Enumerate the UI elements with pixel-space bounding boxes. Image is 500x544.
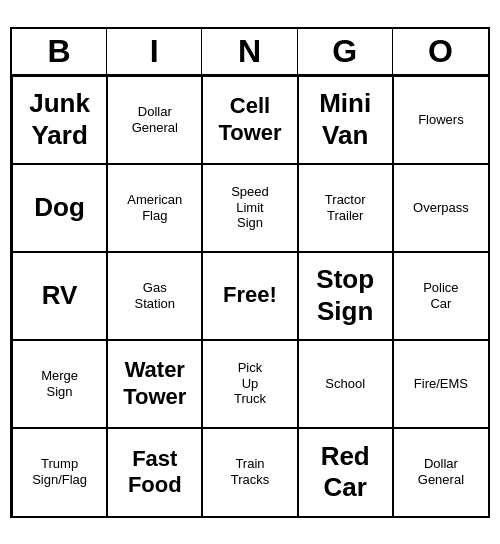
bingo-cell-24[interactable]: DollarGeneral	[393, 428, 488, 516]
bingo-cell-20[interactable]: TrumpSign/Flag	[12, 428, 107, 516]
bingo-header: BINGO	[12, 29, 488, 76]
bingo-cell-22[interactable]: TrainTracks	[202, 428, 297, 516]
bingo-cell-2[interactable]: CellTower	[202, 76, 297, 164]
bingo-cell-7[interactable]: SpeedLimitSign	[202, 164, 297, 252]
bingo-grid: JunkYardDollarGeneralCellTowerMiniVanFlo…	[12, 76, 488, 516]
bingo-cell-23[interactable]: RedCar	[298, 428, 393, 516]
bingo-cell-0[interactable]: JunkYard	[12, 76, 107, 164]
bingo-cell-14[interactable]: PoliceCar	[393, 252, 488, 340]
bingo-cell-21[interactable]: FastFood	[107, 428, 202, 516]
bingo-cell-15[interactable]: MergeSign	[12, 340, 107, 428]
bingo-cell-10[interactable]: RV	[12, 252, 107, 340]
header-letter-g: G	[298, 29, 393, 74]
bingo-cell-6[interactable]: AmericanFlag	[107, 164, 202, 252]
bingo-cell-17[interactable]: PickUpTruck	[202, 340, 297, 428]
bingo-cell-5[interactable]: Dog	[12, 164, 107, 252]
bingo-cell-3[interactable]: MiniVan	[298, 76, 393, 164]
header-letter-b: B	[12, 29, 107, 74]
bingo-cell-9[interactable]: Overpass	[393, 164, 488, 252]
bingo-card: BINGO JunkYardDollarGeneralCellTowerMini…	[10, 27, 490, 518]
bingo-cell-13[interactable]: StopSign	[298, 252, 393, 340]
bingo-cell-12[interactable]: Free!	[202, 252, 297, 340]
bingo-cell-8[interactable]: TractorTrailer	[298, 164, 393, 252]
header-letter-o: O	[393, 29, 488, 74]
bingo-cell-18[interactable]: School	[298, 340, 393, 428]
header-letter-n: N	[202, 29, 297, 74]
bingo-cell-1[interactable]: DollarGeneral	[107, 76, 202, 164]
bingo-cell-19[interactable]: Fire/EMS	[393, 340, 488, 428]
bingo-cell-4[interactable]: Flowers	[393, 76, 488, 164]
bingo-cell-11[interactable]: GasStation	[107, 252, 202, 340]
bingo-cell-16[interactable]: WaterTower	[107, 340, 202, 428]
header-letter-i: I	[107, 29, 202, 74]
